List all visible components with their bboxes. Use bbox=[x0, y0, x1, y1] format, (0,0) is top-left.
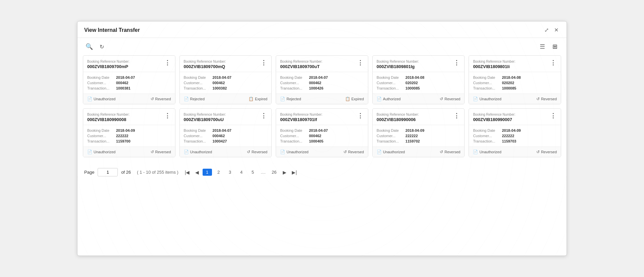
status1-badge: 📄 Rejected bbox=[280, 97, 301, 101]
grid-view-button[interactable]: ⊞ bbox=[550, 41, 560, 52]
toolbar-left: 🔍 ↻ bbox=[84, 42, 105, 52]
ref-label: Booking Reference Number: bbox=[473, 113, 515, 116]
customer-value: 000462 bbox=[309, 81, 321, 85]
customer-label: Customer... bbox=[87, 134, 114, 138]
toolbar: 🔍 ↻ ☰ ⊞ bbox=[77, 38, 567, 55]
card-menu-button[interactable]: ⋮ bbox=[164, 60, 171, 66]
transaction-field: Transaction... 1159703 bbox=[473, 139, 557, 143]
card-menu-button[interactable]: ⋮ bbox=[453, 60, 460, 66]
list-view-button[interactable]: ☰ bbox=[537, 41, 547, 52]
status2-icon: ↺ bbox=[151, 150, 154, 154]
transaction-label: Transaction... bbox=[280, 139, 307, 143]
card-header: Booking Reference Number: 000ZVIB1809900… bbox=[373, 109, 465, 125]
ref-label: Booking Reference Number: bbox=[280, 60, 322, 63]
transaction-label: Transaction... bbox=[473, 86, 500, 90]
page-1-button[interactable]: 1 bbox=[203, 169, 212, 176]
page-26-button[interactable]: 26 bbox=[269, 169, 279, 176]
maximize-button[interactable]: ⤢ bbox=[543, 27, 550, 34]
card-menu-button[interactable]: ⋮ bbox=[357, 113, 364, 119]
transaction-value: 1159703 bbox=[502, 139, 516, 143]
customer-value: 000462 bbox=[213, 81, 225, 85]
card-menu-button[interactable]: ⋮ bbox=[260, 60, 267, 66]
status2-icon: ↺ bbox=[247, 150, 250, 154]
card-footer: 📄 Unauthorized ↺ Reversed bbox=[83, 147, 175, 157]
transaction-value: 1000382 bbox=[213, 86, 227, 90]
search-button[interactable]: 🔍 bbox=[84, 42, 94, 52]
refresh-button[interactable]: ↻ bbox=[98, 42, 105, 52]
customer-field: Customer... 000462 bbox=[280, 134, 364, 138]
status2-label: Expired bbox=[255, 97, 267, 101]
card-menu-button[interactable]: ⋮ bbox=[164, 113, 171, 119]
customer-value: 020202 bbox=[502, 81, 514, 85]
ref-label: Booking Reference Number: bbox=[87, 113, 129, 116]
card-menu-button[interactable]: ⋮ bbox=[357, 60, 364, 66]
booking-date-value: 2018-04-07 bbox=[309, 75, 328, 79]
card-header: Booking Reference Number: 000ZVIB1809701… bbox=[276, 109, 368, 125]
page-of: of 26 bbox=[121, 170, 131, 175]
card-10: Booking Reference Number: 000ZVIB1809900… bbox=[469, 108, 561, 157]
status1-icon: 📄 bbox=[184, 97, 189, 101]
card-body: Booking Date 2018-04-08 Customer... 0202… bbox=[469, 72, 561, 94]
status1-label: Rejected bbox=[190, 97, 205, 101]
transaction-field: Transaction... 1000427 bbox=[184, 139, 268, 143]
card-header: Booking Reference Number: 000ZVIB1809700… bbox=[180, 109, 272, 125]
toolbar-right: ☰ ⊞ bbox=[537, 41, 560, 52]
close-button[interactable]: ✕ bbox=[553, 27, 560, 34]
page-2-button[interactable]: 2 bbox=[214, 169, 223, 176]
status2-icon: ↺ bbox=[343, 150, 347, 154]
transaction-value: 1000426 bbox=[309, 86, 323, 90]
card-menu-button[interactable]: ⋮ bbox=[260, 113, 267, 119]
card-body: Booking Date 2018-04-08 Customer... 0202… bbox=[373, 72, 465, 94]
customer-field: Customer... 222222 bbox=[87, 134, 171, 138]
next-page-button[interactable]: ▶ bbox=[281, 169, 288, 176]
card-body: Booking Date 2018-04-07 Customer... 0004… bbox=[276, 125, 368, 147]
status1-badge: 📄 Unauthorized bbox=[473, 150, 501, 154]
status1-label: Authorized bbox=[383, 97, 401, 101]
last-page-button[interactable]: ▶| bbox=[290, 169, 299, 176]
booking-date-field: Booking Date 2018-04-07 bbox=[280, 75, 364, 79]
status2-label: Reversed bbox=[155, 97, 171, 101]
booking-date-label: Booking Date bbox=[473, 75, 500, 79]
status1-icon: 📄 bbox=[280, 150, 285, 154]
status1-badge: 📄 Unauthorized bbox=[184, 150, 212, 154]
title-bar: View Internal Transfer ⤢ ✕ bbox=[77, 21, 567, 38]
transaction-field: Transaction... 1000382 bbox=[184, 86, 268, 90]
booking-date-field: Booking Date 2018-04-08 bbox=[473, 75, 557, 79]
ref-value: 000ZVIB1809801Ii bbox=[473, 64, 515, 69]
card-header: Booking Reference Number: 000ZVIB1809700… bbox=[83, 56, 175, 72]
transaction-label: Transaction... bbox=[280, 86, 307, 90]
customer-value: 222222 bbox=[502, 134, 514, 138]
page-3-button[interactable]: 3 bbox=[225, 169, 235, 176]
page-4-button[interactable]: 4 bbox=[237, 169, 246, 176]
card-body: Booking Date 2018-04-07 Customer... 0004… bbox=[180, 72, 272, 94]
status1-badge: 📄 Unauthorized bbox=[87, 97, 115, 101]
card-menu-button[interactable]: ⋮ bbox=[549, 60, 557, 66]
ref-label: Booking Reference Number: bbox=[377, 60, 419, 63]
card-2: Booking Reference Number: 000ZVIB1809700… bbox=[179, 55, 272, 104]
customer-value: 222222 bbox=[116, 134, 128, 138]
status1-label: Unauthorized bbox=[94, 150, 115, 154]
card-menu-button[interactable]: ⋮ bbox=[453, 113, 460, 119]
customer-label: Customer... bbox=[377, 81, 404, 85]
customer-label: Customer... bbox=[87, 81, 114, 85]
booking-date-label: Booking Date bbox=[377, 75, 404, 79]
status1-badge: 📄 Rejected bbox=[184, 97, 205, 101]
first-page-button[interactable]: |◀ bbox=[183, 169, 192, 176]
status1-label: Rejected bbox=[286, 97, 301, 101]
customer-value: 000462 bbox=[213, 134, 225, 138]
page-input[interactable] bbox=[98, 168, 118, 176]
booking-date-label: Booking Date bbox=[184, 128, 211, 132]
status1-badge: 📄 Unauthorized bbox=[377, 150, 405, 154]
status2-icon: ↺ bbox=[151, 97, 154, 101]
booking-date-field: Booking Date 2018-04-07 bbox=[87, 75, 171, 79]
transaction-label: Transaction... bbox=[473, 139, 500, 143]
transaction-label: Transaction... bbox=[184, 139, 211, 143]
transaction-field: Transaction... 1159702 bbox=[377, 139, 461, 143]
prev-page-button[interactable]: ◀ bbox=[194, 169, 201, 176]
booking-date-label: Booking Date bbox=[184, 75, 211, 79]
customer-field: Customer... 000462 bbox=[87, 81, 171, 85]
card-menu-button[interactable]: ⋮ bbox=[549, 113, 557, 119]
page-5-button[interactable]: 5 bbox=[248, 169, 258, 176]
status1-icon: 📄 bbox=[377, 97, 382, 101]
status2-icon: ↺ bbox=[536, 97, 540, 101]
